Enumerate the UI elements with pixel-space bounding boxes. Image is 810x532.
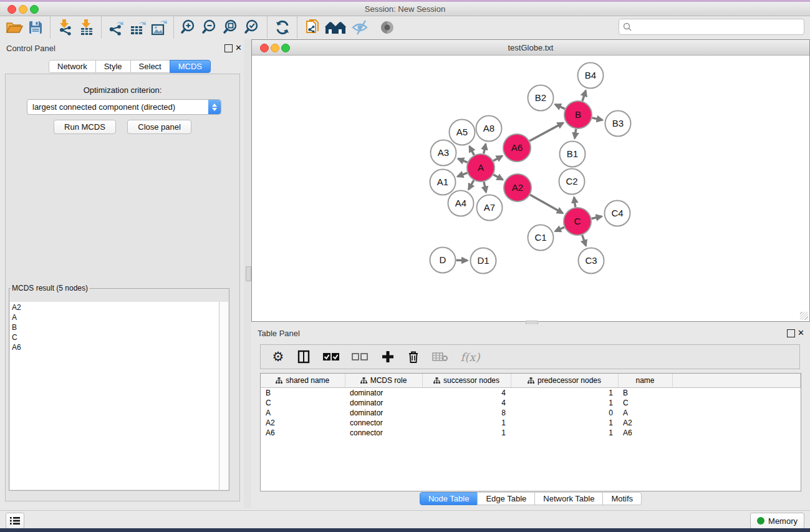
close-panel-icon[interactable]: ✕ bbox=[235, 43, 242, 52]
eye-icon bbox=[378, 19, 397, 36]
mcds-result-item[interactable]: A2 bbox=[12, 302, 219, 312]
column-header-shared-name[interactable]: shared name bbox=[261, 374, 345, 388]
column-header-mcds-role[interactable]: MCDS role bbox=[345, 374, 422, 388]
search-input[interactable] bbox=[632, 21, 804, 33]
table-row[interactable]: A2connector11A2 bbox=[261, 418, 801, 428]
node-table-container: shared name MCDS role successor nodes pr… bbox=[260, 373, 801, 491]
import-table-button[interactable] bbox=[76, 17, 97, 37]
select-all-button[interactable] bbox=[322, 349, 340, 364]
table-cell: 8 bbox=[422, 408, 511, 418]
export-image-button[interactable] bbox=[148, 17, 170, 37]
vertical-split-grip[interactable] bbox=[246, 266, 251, 281]
first-neighbors-button[interactable] bbox=[323, 17, 348, 37]
table-cell: A2 bbox=[261, 418, 345, 428]
tab-style[interactable]: Style bbox=[95, 60, 131, 73]
table-row[interactable]: Bdominator41B bbox=[261, 388, 801, 399]
open-folder-icon bbox=[6, 20, 23, 35]
refresh-button[interactable] bbox=[272, 17, 293, 37]
unchecked-boxes-icon bbox=[352, 353, 369, 360]
table-settings-button[interactable]: ⚙ bbox=[271, 349, 286, 364]
mcds-result-item[interactable]: A bbox=[12, 312, 219, 322]
tab-network-table[interactable]: Network Table bbox=[534, 492, 603, 505]
optimization-criterion-select[interactable]: largest connected component (directed) bbox=[27, 99, 221, 115]
graph-node-label: B4 bbox=[585, 70, 596, 80]
mcds-result-scrollbar[interactable] bbox=[219, 302, 228, 490]
show-columns-button[interactable] bbox=[296, 349, 311, 364]
houses-icon bbox=[324, 20, 347, 35]
control-panel-tabs: Network Style Select MCDS bbox=[49, 60, 211, 73]
mcds-result-list[interactable]: A2ABCA6 bbox=[10, 302, 219, 490]
control-panel-header: Control Panel ✕ bbox=[0, 39, 244, 56]
show-panels-button[interactable] bbox=[6, 513, 24, 529]
graph-edge-C-C3 bbox=[582, 235, 586, 246]
column-header-name[interactable]: name bbox=[618, 374, 672, 388]
memory-label: Memory bbox=[768, 516, 798, 526]
table-cell: A bbox=[618, 408, 672, 418]
table-row[interactable]: Cdominator41C bbox=[261, 398, 801, 408]
create-column-button[interactable] bbox=[380, 349, 395, 364]
toolbar-separator bbox=[101, 17, 102, 38]
table-cell: 1 bbox=[511, 428, 618, 438]
table-cell: 1 bbox=[511, 388, 618, 399]
eye-slash-icon bbox=[351, 19, 371, 36]
save-session-button[interactable] bbox=[25, 17, 46, 37]
columns-icon bbox=[297, 350, 310, 364]
delete-column-button[interactable] bbox=[406, 349, 421, 364]
mcds-result-item[interactable]: C bbox=[12, 332, 219, 342]
hide-selected-button[interactable] bbox=[348, 17, 374, 37]
control-panel: Control Panel ✕ Network Style Select MCD… bbox=[0, 39, 244, 508]
float-panel-icon[interactable] bbox=[787, 329, 795, 337]
tab-select[interactable]: Select bbox=[130, 60, 170, 73]
tab-network[interactable]: Network bbox=[49, 60, 96, 73]
column-header-predecessor-nodes[interactable]: predecessor nodes bbox=[511, 374, 618, 388]
network-window-title: testGlobe.txt bbox=[252, 43, 809, 52]
table-cell bbox=[672, 398, 801, 408]
zoom-fit-button[interactable] bbox=[221, 17, 242, 37]
close-panel-button[interactable]: Close panel bbox=[127, 120, 191, 134]
delete-table-button[interactable] bbox=[432, 349, 449, 364]
delete-table-icon bbox=[432, 352, 448, 362]
zoom-in-button[interactable] bbox=[178, 17, 200, 37]
run-mcds-button[interactable]: Run MCDS bbox=[54, 120, 116, 134]
resize-grip-icon[interactable] bbox=[800, 312, 808, 320]
table-row[interactable]: A6connector11A6 bbox=[261, 428, 801, 438]
zoom-out-icon bbox=[201, 19, 219, 36]
export-table-button[interactable] bbox=[127, 17, 148, 37]
zoom-out-button[interactable] bbox=[200, 17, 221, 37]
memory-button[interactable]: Memory bbox=[750, 513, 804, 529]
zoom-selected-button[interactable] bbox=[242, 17, 263, 37]
column-header-successor-nodes[interactable]: successor nodes bbox=[422, 374, 511, 388]
tab-edge-table[interactable]: Edge Table bbox=[477, 492, 535, 505]
table-cell: dominator bbox=[345, 398, 422, 408]
table-row[interactable]: Adominator80A bbox=[261, 408, 801, 418]
table-cell: 4 bbox=[422, 388, 511, 399]
tab-motifs[interactable]: Motifs bbox=[602, 492, 642, 505]
graph-nodes: B4B2BB3A8A5A6A3B1AA1C2A2A4A7C4CC1C3DD1 bbox=[430, 63, 631, 274]
float-panel-icon[interactable] bbox=[224, 44, 233, 52]
function-builder-button[interactable]: f(x) bbox=[460, 349, 481, 364]
list-icon bbox=[10, 516, 20, 525]
checked-boxes-icon bbox=[322, 352, 340, 361]
close-panel-icon[interactable]: ✕ bbox=[798, 328, 804, 337]
network-window: testGlobe.txt B4B2BB3A8A5A6A3B1AA1C2A2A4… bbox=[251, 39, 810, 322]
table-cell: connector bbox=[345, 418, 422, 428]
mcds-result-item[interactable]: B bbox=[12, 322, 219, 332]
graph-node-label: B bbox=[575, 109, 581, 120]
show-all-button[interactable] bbox=[374, 17, 400, 37]
main-toolbar bbox=[0, 16, 810, 39]
graph-edge-B-B2 bbox=[555, 104, 565, 109]
graph-edge-A6-B bbox=[529, 123, 563, 141]
tab-node-table[interactable]: Node Table bbox=[420, 492, 478, 505]
export-network-button[interactable] bbox=[106, 17, 127, 37]
table-panel-title: Table Panel bbox=[258, 329, 300, 338]
tab-mcds[interactable]: MCDS bbox=[170, 60, 211, 73]
network-window-titlebar[interactable]: testGlobe.txt bbox=[252, 40, 809, 56]
mcds-result-item[interactable]: A6 bbox=[12, 342, 219, 352]
deselect-all-button[interactable] bbox=[351, 349, 370, 364]
network-canvas[interactable]: B4B2BB3A8A5A6A3B1AA1C2A2A4A7C4CC1C3DD1 bbox=[253, 56, 809, 321]
open-file-button[interactable] bbox=[4, 17, 25, 37]
table-cell: 1 bbox=[422, 428, 511, 438]
import-network-button[interactable] bbox=[55, 17, 76, 37]
duplicate-network-button[interactable] bbox=[302, 17, 323, 37]
graph-edge-A-A4 bbox=[468, 180, 473, 190]
